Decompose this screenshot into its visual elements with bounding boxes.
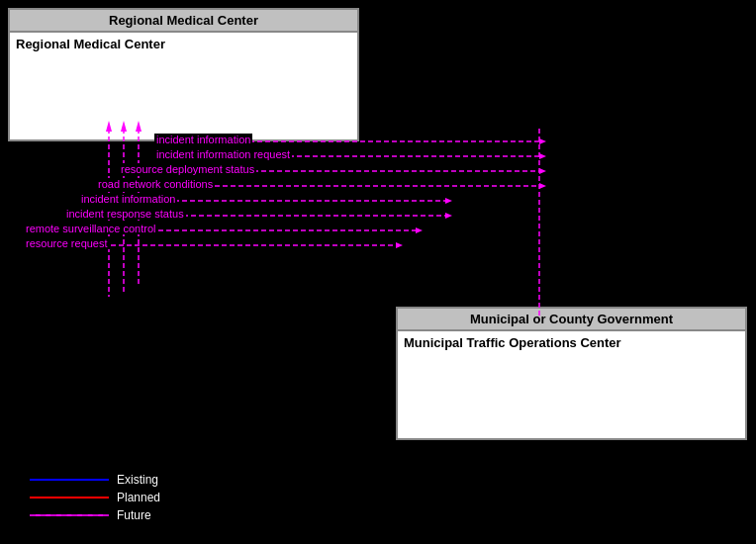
existing-label: Existing <box>117 473 158 487</box>
svg-marker-19 <box>396 242 403 248</box>
legend-existing: Existing <box>30 473 160 487</box>
future-label: Future <box>117 508 151 522</box>
msg-road-network: road network conditions <box>96 178 215 190</box>
svg-marker-7 <box>539 153 546 159</box>
svg-marker-15 <box>445 213 452 219</box>
msg-incident-response: incident response status <box>64 208 186 220</box>
msg-remote-surveillance: remote surveillance control <box>24 223 157 234</box>
planned-line-icon <box>30 497 109 499</box>
rmc-box: Regional Medical Center Regional Medical… <box>8 8 359 141</box>
svg-marker-13 <box>445 198 452 204</box>
rmc-header: Regional Medical Center <box>8 8 359 33</box>
msg-incident-info-2: incident information <box>79 193 177 205</box>
diagram-container: Regional Medical Center Regional Medical… <box>0 0 756 544</box>
msg-incident-info-request: incident information request <box>154 148 292 160</box>
legend-planned: Planned <box>30 491 160 504</box>
future-line-icon <box>30 514 109 516</box>
mtoc-body: Municipal Traffic Operations Center <box>396 331 747 440</box>
mtoc-box: Municipal or County Government Municipal… <box>396 307 747 440</box>
svg-marker-5 <box>539 138 546 144</box>
legend-future: Future <box>30 508 160 522</box>
mtoc-header: Municipal or County Government <box>396 307 747 331</box>
svg-marker-11 <box>539 183 546 189</box>
legend: Existing Planned Future <box>30 473 160 526</box>
existing-line-icon <box>30 479 109 481</box>
svg-marker-17 <box>416 227 423 233</box>
svg-marker-9 <box>539 168 546 174</box>
rmc-body: Regional Medical Center <box>8 33 359 141</box>
msg-resource-request: resource request <box>24 237 110 249</box>
msg-incident-info-1: incident information <box>154 134 252 145</box>
msg-resource-deployment: resource deployment status <box>119 163 256 175</box>
planned-label: Planned <box>117 491 160 504</box>
